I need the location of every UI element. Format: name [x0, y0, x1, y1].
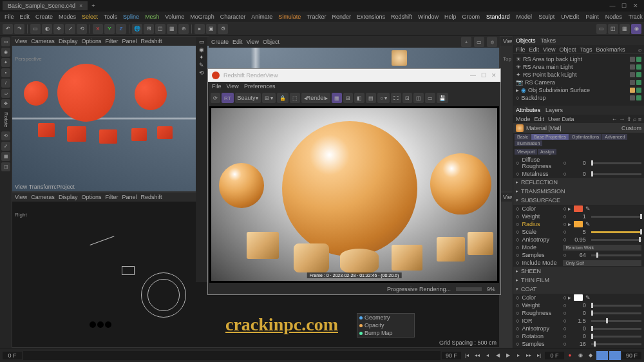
- next-key-icon[interactable]: ▸▸: [524, 351, 533, 360]
- section-subsurface[interactable]: ▾SUBSURFACE: [513, 196, 644, 205]
- timeline-track[interactable]: [23, 351, 440, 360]
- layout-icon[interactable]: ◉: [631, 24, 641, 34]
- menu-tools[interactable]: Tools: [102, 13, 119, 21]
- object-mode-icon[interactable]: ◉: [1, 48, 10, 57]
- obj-edit-menu[interactable]: Edit: [529, 46, 540, 53]
- snapshot-icon[interactable]: ⊞: [343, 93, 353, 103]
- include-dropdown[interactable]: Only Self: [563, 260, 641, 266]
- color-swatch[interactable]: [574, 205, 583, 212]
- minimize-icon[interactable]: —: [470, 72, 476, 79]
- nav-icons[interactable]: ← → ⇧ ⌕ ≡: [612, 116, 641, 122]
- slider[interactable]: [591, 320, 641, 322]
- zoom-icon[interactable]: ⊡: [402, 93, 412, 103]
- slider[interactable]: [591, 239, 641, 241]
- filter-menu[interactable]: Filter: [105, 194, 118, 200]
- render-icon[interactable]: ▸: [194, 24, 205, 34]
- y-axis-icon[interactable]: Y: [104, 24, 115, 34]
- tab-basic[interactable]: Basic: [515, 134, 531, 140]
- maximize-icon[interactable]: ☐: [481, 72, 486, 79]
- workplane-icon[interactable]: ◫: [155, 24, 166, 34]
- render-settings-icon[interactable]: ⚙: [218, 24, 228, 34]
- axis-mode-icon[interactable]: ✦: [1, 58, 10, 67]
- x-axis-icon[interactable]: X: [93, 24, 103, 34]
- scale-tool-icon[interactable]: ⤢: [1, 142, 10, 151]
- play-icon[interactable]: ▶: [504, 351, 513, 360]
- menu-volume[interactable]: Volume: [163, 13, 186, 21]
- takes-tab[interactable]: Takes: [541, 37, 556, 44]
- texture-mode-icon[interactable]: ▦: [1, 152, 10, 161]
- prop-value[interactable]: 1: [569, 213, 589, 220]
- search-icon[interactable]: ⌕: [638, 46, 641, 53]
- front-viewport[interactable]: View: [500, 192, 513, 348]
- select-icon[interactable]: ▭: [30, 24, 41, 34]
- menu-create[interactable]: Create: [33, 13, 55, 21]
- tab-base-properties[interactable]: Base Properties: [531, 134, 569, 140]
- mode-dropdown[interactable]: Random Walk: [563, 245, 641, 251]
- prop-value[interactable]: 5: [569, 229, 589, 235]
- layout-track[interactable]: Track: [627, 13, 644, 21]
- obj-object-menu[interactable]: Object: [559, 46, 576, 53]
- render-window-titlebar[interactable]: Redshift RenderView — ☐ ✕: [208, 69, 500, 82]
- layout-paint[interactable]: Paint: [583, 13, 601, 21]
- document-tab[interactable]: Basic_Sample_Scene.c4d ×: [3, 1, 88, 10]
- tool-icon[interactable]: ▭: [199, 39, 205, 45]
- slider[interactable]: [591, 162, 641, 164]
- slider[interactable]: [591, 173, 641, 175]
- point-mode-icon[interactable]: •: [1, 68, 10, 77]
- section-coat[interactable]: ▾COAT: [513, 285, 644, 294]
- save-icon[interactable]: 💾: [437, 93, 448, 103]
- tab-assign[interactable]: Assign: [538, 149, 556, 155]
- play-back-icon[interactable]: ◀: [493, 351, 502, 360]
- prop-value[interactable]: 0.95: [569, 236, 589, 243]
- fit-icon[interactable]: ⛶: [391, 93, 401, 103]
- top-viewport[interactable]: View Top: [500, 36, 513, 192]
- refresh-icon[interactable]: ⟳: [211, 93, 220, 103]
- slider[interactable]: [591, 305, 641, 307]
- attr-userdata-menu[interactable]: User Data: [548, 116, 574, 122]
- layout-sculpt[interactable]: Sculpt: [536, 13, 556, 21]
- options-menu[interactable]: Options: [81, 38, 101, 44]
- obj-view-menu[interactable]: View: [543, 46, 555, 53]
- attr-mode-menu[interactable]: Mode: [516, 116, 531, 122]
- prev-key-icon[interactable]: ◂◂: [473, 351, 482, 360]
- link-icon[interactable]: ⎋: [487, 37, 497, 47]
- object-row[interactable]: ✦RS Point back kLight: [516, 71, 641, 79]
- toggle-icon[interactable]: ◐: [42, 24, 52, 34]
- marker-icon[interactable]: [609, 351, 621, 360]
- preset-dropdown[interactable]: Custom: [621, 125, 641, 131]
- view-menu[interactable]: View: [247, 39, 259, 45]
- model-mode-icon[interactable]: ▭: [1, 37, 10, 46]
- start-frame-field[interactable]: 0 F: [3, 352, 22, 359]
- panel-menu[interactable]: Panel: [122, 194, 137, 200]
- tool-icon[interactable]: ◉: [199, 46, 204, 53]
- layout-icon[interactable]: ▭: [596, 24, 607, 34]
- layout-uvedit[interactable]: UVEdit: [559, 13, 581, 21]
- undo-icon[interactable]: ↶: [3, 24, 13, 34]
- tab-optimizations[interactable]: Optimizations: [569, 134, 601, 140]
- display-menu[interactable]: Display: [59, 194, 78, 200]
- workplane-mode-icon[interactable]: ◫: [1, 162, 10, 171]
- node-port[interactable]: Geometry: [365, 314, 390, 321]
- marker-icon[interactable]: [596, 351, 608, 360]
- prop-value[interactable]: 0: [569, 171, 589, 177]
- layout-standard[interactable]: Standard: [484, 13, 512, 21]
- eyedropper-icon[interactable]: ✎: [585, 205, 591, 212]
- section-reflection[interactable]: ▸REFLECTION: [513, 178, 644, 187]
- edge-mode-icon[interactable]: /: [1, 79, 10, 88]
- tab-viewport[interactable]: Viewport: [515, 149, 537, 155]
- layout-icon[interactable]: ◫: [608, 24, 618, 34]
- panel-menu[interactable]: Panel: [122, 38, 137, 44]
- close-window-icon[interactable]: ✕: [632, 3, 639, 9]
- close-icon[interactable]: ✕: [491, 72, 497, 79]
- tool-icon[interactable]: ✎: [199, 62, 204, 68]
- object-row[interactable]: ☀RS Area top back Light: [516, 55, 641, 63]
- view-menu[interactable]: View: [15, 38, 27, 44]
- current-frame-field[interactable]: 0 F: [545, 352, 564, 359]
- eyedropper-icon[interactable]: ✎: [585, 221, 591, 227]
- goto-start-icon[interactable]: |◂: [462, 351, 471, 360]
- tool-icon[interactable]: ✦: [199, 54, 204, 61]
- prop-value[interactable]: 0: [569, 160, 589, 166]
- color-swatch[interactable]: [574, 221, 583, 227]
- section-sheen[interactable]: ▸SHEEN: [513, 267, 644, 276]
- render-region-icon[interactable]: ▣: [206, 24, 216, 34]
